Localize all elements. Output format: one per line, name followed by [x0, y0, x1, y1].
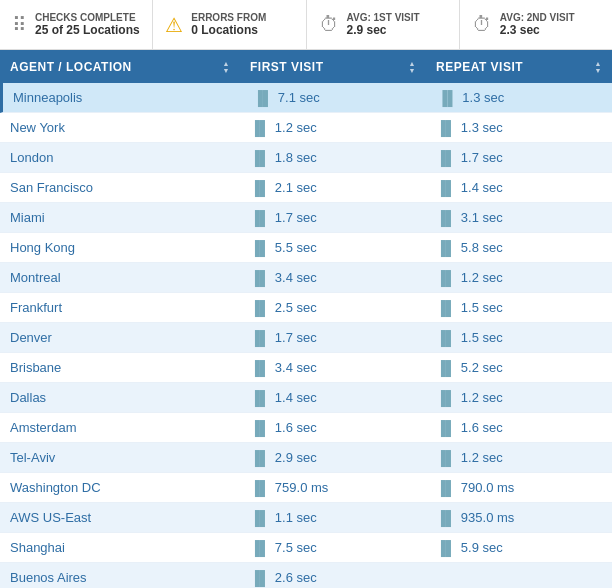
repeat-visit-link[interactable]: 1.6 sec: [461, 420, 503, 435]
location-link[interactable]: Amsterdam: [10, 420, 76, 435]
location-link[interactable]: Washington DC: [10, 480, 101, 495]
location-link[interactable]: Hong Kong: [10, 240, 75, 255]
table-row: Denver▐▌1.7 sec▐▌1.5 sec: [0, 323, 612, 353]
cell-location: Shanghai: [0, 540, 240, 555]
errors-label: ERRORS FROM: [191, 12, 266, 23]
bar-chart-icon: ▐▌: [250, 210, 270, 226]
bar-chart-icon: ▐▌: [250, 480, 270, 496]
bar-chart-icon: ▐▌: [436, 210, 456, 226]
table-header: AGENT / LOCATION FIRST VISIT REPEAT VISI…: [0, 50, 612, 83]
first-visit-link[interactable]: 3.4 sec: [275, 360, 317, 375]
stats-bar: ⠿CHECKS COMPLETE25 of 25 Locations⚠ERROR…: [0, 0, 612, 50]
first-visit-link[interactable]: 1.4 sec: [275, 390, 317, 405]
first-visit-link[interactable]: 759.0 ms: [275, 480, 328, 495]
location-link[interactable]: Denver: [10, 330, 52, 345]
bar-chart-icon: ▐▌: [250, 360, 270, 376]
cell-location: Minneapolis: [3, 90, 243, 105]
cell-first-visit: ▐▌2.6 sec: [240, 570, 426, 586]
avg1-icon: ⏱: [319, 13, 339, 36]
sort-location-icon[interactable]: [223, 60, 230, 74]
bar-chart-icon: ▐▌: [250, 270, 270, 286]
first-visit-link[interactable]: 7.1 sec: [278, 90, 320, 105]
location-link[interactable]: Miami: [10, 210, 45, 225]
first-visit-link[interactable]: 1.7 sec: [275, 210, 317, 225]
repeat-visit-link[interactable]: 1.2 sec: [461, 390, 503, 405]
checks-value: 25 of 25 Locations: [35, 23, 140, 37]
location-link[interactable]: AWS US-East: [10, 510, 91, 525]
cell-first-visit: ▐▌2.9 sec: [240, 450, 426, 466]
checks-label: CHECKS COMPLETE: [35, 12, 140, 23]
bar-chart-icon: ▐▌: [250, 570, 270, 586]
repeat-visit-link[interactable]: 1.4 sec: [461, 180, 503, 195]
sort-repeat-visit-icon[interactable]: [595, 60, 602, 74]
first-visit-link[interactable]: 1.7 sec: [275, 330, 317, 345]
avg2-icon: ⏱: [472, 13, 492, 36]
avg2-value: 2.3 sec: [500, 23, 575, 37]
col-location[interactable]: AGENT / LOCATION: [0, 60, 240, 74]
repeat-visit-link[interactable]: 3.1 sec: [461, 210, 503, 225]
cell-first-visit: ▐▌1.2 sec: [240, 120, 426, 136]
bar-chart-icon: ▐▌: [250, 330, 270, 346]
first-visit-link[interactable]: 1.6 sec: [275, 420, 317, 435]
bar-chart-icon: ▐▌: [250, 240, 270, 256]
stat-errors: ⚠ERRORS FROM0 Locations: [153, 0, 306, 49]
repeat-visit-link[interactable]: 1.7 sec: [461, 150, 503, 165]
cell-repeat-visit: ▐▌1.3 sec: [428, 90, 613, 106]
first-visit-link[interactable]: 3.4 sec: [275, 270, 317, 285]
cell-location: Denver: [0, 330, 240, 345]
col-repeat-visit[interactable]: REPEAT VISIT: [426, 60, 612, 74]
repeat-visit-link[interactable]: 790.0 ms: [461, 480, 514, 495]
cell-location: Frankfurt: [0, 300, 240, 315]
bar-chart-icon: ▐▌: [250, 300, 270, 316]
repeat-visit-link[interactable]: 1.3 sec: [461, 120, 503, 135]
first-visit-link[interactable]: 2.5 sec: [275, 300, 317, 315]
location-link[interactable]: London: [10, 150, 53, 165]
table-row: Tel-Aviv▐▌2.9 sec▐▌1.2 sec: [0, 443, 612, 473]
bar-chart-icon: ▐▌: [250, 450, 270, 466]
bar-chart-icon: ▐▌: [436, 480, 456, 496]
location-link[interactable]: Shanghai: [10, 540, 65, 555]
repeat-visit-link[interactable]: 1.2 sec: [461, 450, 503, 465]
first-visit-link[interactable]: 7.5 sec: [275, 540, 317, 555]
errors-icon: ⚠: [165, 13, 183, 37]
avg2-label: AVG: 2ND VISIT: [500, 12, 575, 23]
cell-repeat-visit: ▐▌5.2 sec: [426, 360, 612, 376]
cell-first-visit: ▐▌1.8 sec: [240, 150, 426, 166]
cell-location: Tel-Aviv: [0, 450, 240, 465]
cell-first-visit: ▐▌7.1 sec: [243, 90, 428, 106]
repeat-visit-link[interactable]: 1.5 sec: [461, 330, 503, 345]
repeat-visit-link[interactable]: 1.5 sec: [461, 300, 503, 315]
location-link[interactable]: Frankfurt: [10, 300, 62, 315]
cell-repeat-visit: ▐▌5.9 sec: [426, 540, 612, 556]
first-visit-link[interactable]: 2.6 sec: [275, 570, 317, 585]
cell-first-visit: ▐▌2.1 sec: [240, 180, 426, 196]
cell-location: Montreal: [0, 270, 240, 285]
repeat-visit-link[interactable]: 1.2 sec: [461, 270, 503, 285]
cell-location: Hong Kong: [0, 240, 240, 255]
first-visit-link[interactable]: 1.2 sec: [275, 120, 317, 135]
repeat-visit-link[interactable]: 5.8 sec: [461, 240, 503, 255]
table-row: Montreal▐▌3.4 sec▐▌1.2 sec: [0, 263, 612, 293]
location-link[interactable]: Buenos Aires: [10, 570, 87, 585]
first-visit-link[interactable]: 2.9 sec: [275, 450, 317, 465]
col-first-visit[interactable]: FIRST VISIT: [240, 60, 426, 74]
location-link[interactable]: Tel-Aviv: [10, 450, 55, 465]
first-visit-link[interactable]: 1.8 sec: [275, 150, 317, 165]
first-visit-link[interactable]: 1.1 sec: [275, 510, 317, 525]
repeat-visit-link[interactable]: 935.0 ms: [461, 510, 514, 525]
table-row: Washington DC▐▌759.0 ms▐▌790.0 ms: [0, 473, 612, 503]
repeat-visit-link[interactable]: 5.2 sec: [461, 360, 503, 375]
repeat-visit-link[interactable]: 5.9 sec: [461, 540, 503, 555]
sort-first-visit-icon[interactable]: [409, 60, 416, 74]
first-visit-link[interactable]: 2.1 sec: [275, 180, 317, 195]
repeat-visit-link[interactable]: 1.3 sec: [462, 90, 504, 105]
location-link[interactable]: Montreal: [10, 270, 61, 285]
cell-location: Brisbane: [0, 360, 240, 375]
location-link[interactable]: San Francisco: [10, 180, 93, 195]
location-link[interactable]: Minneapolis: [13, 90, 82, 105]
cell-repeat-visit: ▐▌1.6 sec: [426, 420, 612, 436]
location-link[interactable]: Dallas: [10, 390, 46, 405]
first-visit-link[interactable]: 5.5 sec: [275, 240, 317, 255]
location-link[interactable]: New York: [10, 120, 65, 135]
location-link[interactable]: Brisbane: [10, 360, 61, 375]
